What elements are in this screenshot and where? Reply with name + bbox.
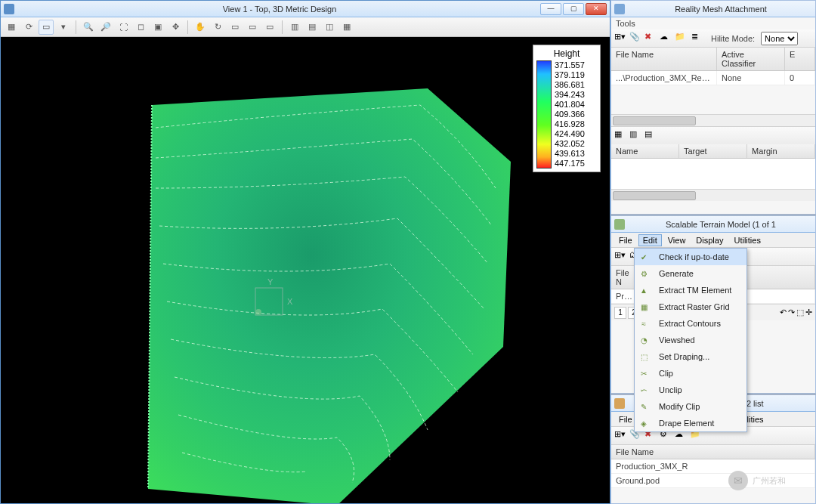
col-margin[interactable]: Margin	[747, 144, 815, 158]
svg-text:Y: Y	[267, 277, 274, 286]
unclip-icon: ⤺	[638, 384, 650, 396]
layout1-icon[interactable]: ▥	[287, 20, 302, 35]
table-row[interactable]: Production_3MX_R	[611, 459, 815, 474]
table-row[interactable]: Ground.pod	[611, 474, 815, 488]
section-icon2[interactable]: ▥	[629, 129, 643, 143]
maximize-button[interactable]	[563, 3, 584, 15]
svg-text:X: X	[287, 297, 293, 306]
terrain-title: Scalable Terrain Model (1 of 1	[629, 220, 812, 229]
menu-display[interactable]: Display	[691, 234, 728, 246]
layout3-icon[interactable]: ◫	[322, 20, 337, 35]
dropdown-icon[interactable]: ▾	[56, 20, 71, 35]
mi-check-uptodate[interactable]: ✔Check if up-to-date	[635, 249, 746, 265]
zoom-out-icon[interactable]: 🔎	[98, 20, 113, 35]
main-title: View 1 - Top, 3D Metric Design	[19, 5, 540, 14]
layout4-icon[interactable]: ▦	[339, 20, 354, 35]
zoom-window-icon[interactable]: ◻	[133, 20, 148, 35]
edit-dropdown: ✔Check if up-to-date ⚙Generate ▲Extract …	[634, 248, 747, 432]
drape-icon: ◈	[638, 417, 650, 429]
delete-icon[interactable]: ✖	[644, 32, 658, 45]
mi-viewshed[interactable]: ◔Viewshed	[635, 332, 746, 348]
section-icon3[interactable]: ▤	[644, 129, 658, 143]
legend-title: Height	[536, 48, 597, 59]
hilite-label: Hilite Mode:	[706, 32, 759, 45]
grab-icon[interactable]: ✋	[193, 20, 208, 35]
col-filename[interactable]: File Name	[611, 48, 717, 70]
mi-drape-element[interactable]: ◈Drape Element	[635, 415, 746, 431]
zoom-extents-icon[interactable]: ▣	[150, 20, 165, 35]
reality-grid: File Name Active Classifier E ...\Produc…	[611, 48, 815, 85]
generate-icon: ⚙	[638, 267, 650, 280]
menu-edit[interactable]: Edit	[638, 234, 662, 246]
mi-set-draping[interactable]: ⬚Set Draping...	[635, 348, 746, 365]
close-button[interactable]	[586, 3, 607, 15]
pan-icon[interactable]: ✥	[168, 20, 183, 35]
main-titlebar: View 1 - Top, 3D Metric Design	[1, 1, 610, 17]
height-legend: Height 371.557 379.119 386.681 394.243 4…	[533, 45, 601, 172]
legend-values: 371.557 379.119 386.681 394.243 401.804 …	[552, 60, 585, 169]
legend-colorbar	[536, 60, 552, 169]
h-scrollbar-2[interactable]	[611, 189, 815, 201]
main-toolbar: ▦ ⟳ ▭ ▾ 🔍 🔎 ⛶ ◻ ▣ ✥ ✋ ↻ ▭ ▭ ▭ ▥ ▤ ◫ ▦	[1, 17, 610, 37]
col-e[interactable]: E	[785, 48, 815, 70]
attach-icon[interactable]: 📎	[629, 32, 643, 45]
folder-icon[interactable]: 📁	[675, 32, 688, 45]
reality-toolbar: ⊞▾ 📎 ✖ ☁ 📁 ≣ Hilite Mode: None	[611, 29, 815, 48]
3d-viewport[interactable]: Y X Height 371.557 379.119 386.681 394.2…	[1, 37, 610, 503]
terrain-model-panel: Scalable Terrain Model (1 of 1 File Edit…	[610, 215, 816, 394]
col-name[interactable]: Name	[611, 144, 679, 158]
pc-col-file[interactable]: File Name	[611, 445, 815, 459]
rotate-tool-icon[interactable]: ⟳	[21, 20, 36, 35]
minimize-button[interactable]	[540, 3, 561, 15]
mi-extract-tm[interactable]: ▲Extract TM Element	[635, 282, 746, 298]
p-icon3[interactable]: ⬚	[796, 308, 804, 317]
tree-icon[interactable]: ⊞▾	[614, 250, 628, 264]
zoom-fit-icon[interactable]: ⛶	[116, 20, 131, 35]
hilite-select[interactable]: None	[761, 32, 798, 45]
col-target[interactable]: Target	[679, 144, 747, 158]
layers-icon[interactable]: ≣	[691, 32, 705, 45]
zoom-in-icon[interactable]: 🔍	[81, 20, 96, 35]
view-tool-icon[interactable]: ▦	[4, 20, 19, 35]
panel-icon	[614, 219, 625, 230]
modify-clip-icon: ✎	[638, 400, 650, 413]
raster-icon: ▦	[638, 301, 650, 313]
menu-utilities[interactable]: Utilities	[729, 234, 765, 246]
p-icon1[interactable]: ↶	[780, 308, 787, 317]
section-icon1[interactable]: ▦	[614, 129, 628, 143]
check-icon: ✔	[638, 251, 650, 263]
view-box1-icon[interactable]: ▭	[227, 20, 243, 35]
terrain-mesh: Y X	[110, 75, 533, 503]
table-row[interactable]: ...\Production_3MX_Retouched... None 0	[611, 71, 815, 85]
contours-icon: ≈	[638, 317, 650, 329]
mi-extract-raster[interactable]: ▦Extract Raster Grid	[635, 298, 746, 315]
terrain-menubar: File Edit View Display Utilities ✔Check …	[611, 233, 815, 248]
page-1[interactable]: 1	[614, 307, 626, 319]
menu-view[interactable]: View	[663, 234, 691, 246]
mi-unclip[interactable]: ⤺Unclip	[635, 382, 746, 398]
mi-modify-clip[interactable]: ✎Modify Clip	[635, 398, 746, 415]
layout2-icon[interactable]: ▤	[304, 20, 320, 35]
cloud-icon[interactable]: ☁	[660, 32, 673, 45]
mi-generate[interactable]: ⚙Generate	[635, 265, 746, 282]
panel-icon	[614, 398, 625, 409]
tree-icon[interactable]: ⊞▾	[614, 32, 628, 45]
svg-point-3	[255, 309, 261, 315]
main-view-window: View 1 - Top, 3D Metric Design ▦ ⟳ ▭ ▾ 🔍…	[0, 0, 610, 504]
draping-icon: ⬚	[638, 351, 650, 363]
col-classifier[interactable]: Active Classifier	[717, 48, 785, 70]
p-icon4[interactable]: ✛	[805, 308, 812, 317]
view-box2-icon[interactable]: ▭	[245, 20, 260, 35]
view-box3-icon[interactable]: ▭	[262, 20, 277, 35]
viewshed-icon: ◔	[638, 334, 650, 346]
select-tool-icon[interactable]: ▭	[39, 20, 54, 35]
mi-extract-contours[interactable]: ≈Extract Contours	[635, 315, 746, 332]
mi-clip[interactable]: ✂Clip	[635, 365, 746, 382]
panel-icon	[614, 4, 625, 14]
tree-icon[interactable]: ⊞▾	[614, 429, 628, 443]
menu-file[interactable]: File	[614, 234, 637, 246]
refresh-icon[interactable]: ↻	[210, 20, 225, 35]
app-icon	[4, 4, 14, 14]
p-icon2[interactable]: ↷	[788, 308, 795, 317]
h-scrollbar[interactable]	[611, 114, 815, 126]
